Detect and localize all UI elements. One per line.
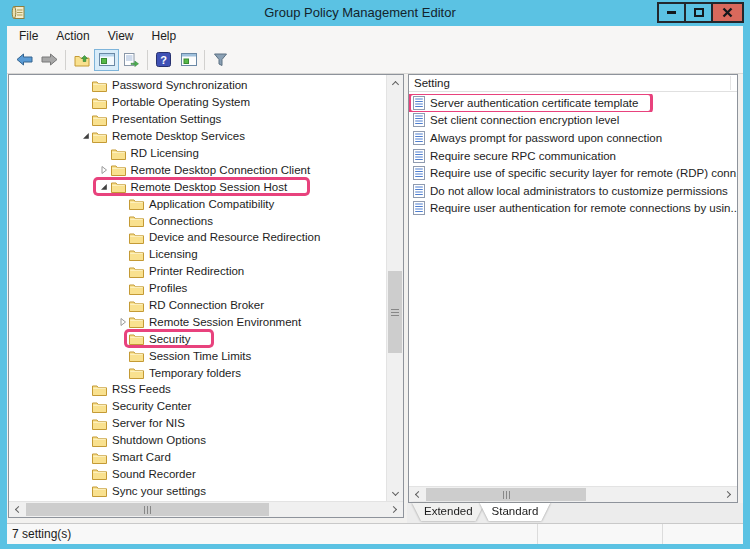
group-policy-editor-window: Group Policy Management Editor File Acti… bbox=[0, 0, 750, 549]
setting-item-do-not-allow-local-administrators-to-cus[interactable]: Do not allow local administrators to cus… bbox=[409, 182, 737, 200]
tree-item-temporary-folders[interactable]: Temporary folders bbox=[9, 364, 386, 381]
vertical-scroll-thumb[interactable] bbox=[388, 271, 402, 353]
window-controls bbox=[659, 2, 744, 23]
tree-item-label: Presentation Settings bbox=[112, 113, 221, 125]
tree-vertical-scrollbar[interactable] bbox=[386, 75, 403, 501]
close-button[interactable] bbox=[711, 2, 744, 23]
tree-item-label: Licensing bbox=[149, 248, 198, 260]
policy-setting-icon bbox=[413, 201, 425, 215]
settings-list: Server authentication certificate templa… bbox=[409, 92, 737, 217]
console-tree-icon bbox=[99, 53, 115, 66]
filter-button[interactable] bbox=[208, 49, 233, 71]
export-list-button[interactable] bbox=[119, 49, 144, 71]
tree-item-printer-redirection[interactable]: Printer Redirection bbox=[9, 263, 386, 280]
tree-item-portable-operating-system[interactable]: Portable Operating System bbox=[9, 94, 386, 111]
tree-item-sync-your-settings[interactable]: Sync your settings bbox=[9, 482, 386, 499]
tree-item-smart-card[interactable]: Smart Card bbox=[9, 449, 386, 466]
tree-item-application-compatibility[interactable]: Application Compatibility bbox=[9, 195, 386, 212]
show-window-button[interactable] bbox=[176, 49, 201, 71]
tree-item-password-synchronization[interactable]: Password Synchronization bbox=[9, 77, 386, 94]
scroll-right-arrow[interactable] bbox=[387, 502, 403, 517]
tab-extended[interactable]: Extended bbox=[412, 503, 485, 521]
tree: Password SynchronizationPortable Operati… bbox=[9, 75, 386, 501]
folder-icon bbox=[129, 231, 144, 244]
tree-item-remote-desktop-connection-client[interactable]: Remote Desktop Connection Client bbox=[9, 161, 386, 178]
tree-item-presentation-settings[interactable]: Presentation Settings bbox=[9, 111, 386, 128]
setting-item-require-user-authentication-for-remote-c[interactable]: Require user authentication for remote c… bbox=[409, 200, 737, 218]
folder-icon bbox=[92, 467, 107, 480]
folder-icon bbox=[92, 96, 107, 109]
scroll-up-arrow[interactable] bbox=[387, 75, 403, 90]
scroll-left-arrow[interactable] bbox=[9, 502, 25, 517]
settings-horizontal-scrollbar[interactable] bbox=[409, 486, 737, 502]
scroll-down-arrow[interactable] bbox=[387, 486, 403, 501]
scroll-right-arrow[interactable] bbox=[721, 487, 737, 502]
setting-item-require-secure-rpc-communication[interactable]: Require secure RPC communication bbox=[409, 147, 737, 165]
menu-file[interactable]: File bbox=[10, 27, 47, 45]
tree-item-server-for-nis[interactable]: Server for NIS bbox=[9, 415, 386, 432]
tree-item-security-center[interactable]: Security Center bbox=[9, 398, 386, 415]
up-one-level-button[interactable] bbox=[69, 49, 94, 71]
tree-item-remote-session-environment[interactable]: Remote Session Environment bbox=[9, 313, 386, 330]
maximize-button[interactable] bbox=[684, 2, 713, 23]
help-button[interactable]: ? bbox=[151, 49, 176, 71]
expanded-expander-icon[interactable] bbox=[98, 182, 111, 192]
tree-item-shutdown-options[interactable]: Shutdown Options bbox=[9, 432, 386, 449]
horizontal-scroll-thumb[interactable] bbox=[26, 503, 269, 516]
tree-item-label: Smart Card bbox=[112, 451, 171, 463]
tree-item-remote-desktop-services[interactable]: Remote Desktop Services bbox=[9, 128, 386, 145]
help-icon: ? bbox=[156, 52, 171, 67]
status-divider bbox=[662, 524, 663, 544]
menu-action[interactable]: Action bbox=[47, 27, 98, 45]
expanded-triangle-icon bbox=[81, 131, 91, 141]
collapsed-expander-icon[interactable] bbox=[98, 165, 111, 175]
tree-item-rd-connection-broker[interactable]: RD Connection Broker bbox=[9, 297, 386, 314]
tree-item-sound-recorder[interactable]: Sound Recorder bbox=[9, 465, 386, 482]
forward-button[interactable] bbox=[37, 49, 62, 71]
setting-column-header[interactable]: Setting bbox=[409, 75, 737, 92]
filter-funnel-icon bbox=[213, 53, 228, 67]
setting-item-label: Do not allow local administrators to cus… bbox=[430, 185, 728, 197]
tree-item-licensing[interactable]: Licensing bbox=[9, 246, 386, 263]
back-button[interactable] bbox=[12, 49, 37, 71]
setting-item-server-authentication-certificate-templa[interactable]: Server authentication certificate templa… bbox=[409, 94, 737, 112]
show-console-tree-button[interactable] bbox=[94, 49, 119, 71]
tree-item-rss-feeds[interactable]: RSS Feeds bbox=[9, 381, 386, 398]
tab-standard-wrap: Standard bbox=[480, 503, 551, 521]
scroll-left-arrow[interactable] bbox=[409, 487, 425, 502]
tree-item-connections[interactable]: Connections bbox=[9, 212, 386, 229]
folder-icon bbox=[129, 332, 144, 345]
tree-item-label: Application Compatibility bbox=[149, 198, 274, 210]
tree-item-label: Remote Desktop Session Host bbox=[131, 181, 288, 193]
tab-standard[interactable]: Standard bbox=[480, 503, 551, 521]
tree-item-label: Printer Redirection bbox=[149, 265, 244, 277]
minimize-button[interactable] bbox=[657, 2, 686, 23]
tree-item-label: Connections bbox=[149, 215, 213, 227]
folder-icon bbox=[111, 180, 126, 193]
up-folder-icon bbox=[74, 52, 90, 67]
tree-item-rd-licensing[interactable]: RD Licensing bbox=[9, 145, 386, 162]
tree-item-profiles[interactable]: Profiles bbox=[9, 280, 386, 297]
folder-icon bbox=[111, 147, 126, 160]
tree-item-session-time-limits[interactable]: Session Time Limits bbox=[9, 347, 386, 364]
setting-item-label: Server authentication certificate templa… bbox=[430, 97, 638, 109]
status-divider bbox=[537, 524, 538, 544]
status-text: 7 setting(s) bbox=[12, 527, 71, 541]
tree-item-remote-desktop-session-host[interactable]: Remote Desktop Session Host bbox=[9, 178, 386, 195]
tree-item-device-and-resource-redirection[interactable]: Device and Resource Redirection bbox=[9, 229, 386, 246]
tree-horizontal-scrollbar[interactable] bbox=[9, 501, 403, 517]
menu-view[interactable]: View bbox=[99, 27, 143, 45]
menu-help[interactable]: Help bbox=[143, 27, 186, 45]
setting-item-always-prompt-for-password-upon-connecti[interactable]: Always prompt for password upon connecti… bbox=[409, 129, 737, 147]
expanded-expander-icon[interactable] bbox=[79, 131, 92, 141]
horizontal-scroll-thumb[interactable] bbox=[426, 488, 586, 501]
policy-setting-icon bbox=[413, 184, 425, 198]
setting-item-require-use-of-specific-security-layer-f[interactable]: Require use of specific security layer f… bbox=[409, 164, 737, 182]
folder-icon bbox=[129, 197, 144, 210]
tree-item-security[interactable]: Security bbox=[9, 330, 386, 347]
tree-item-label: RSS Feeds bbox=[112, 383, 171, 395]
folder-icon bbox=[92, 484, 107, 497]
folder-icon bbox=[92, 79, 107, 92]
collapsed-expander-icon[interactable] bbox=[116, 317, 129, 327]
setting-item-set-client-connection-encryption-level[interactable]: Set client connection encryption level bbox=[409, 112, 737, 130]
